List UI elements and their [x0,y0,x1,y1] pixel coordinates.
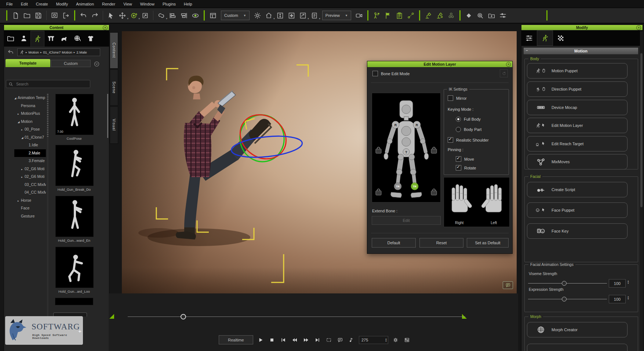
motion-section-header[interactable]: − Motion [524,48,638,54]
workspace-layout-icon[interactable] [208,10,218,21]
timeline-panel-icon[interactable] [403,336,411,344]
expression-strength-value[interactable]: 100 [609,295,626,303]
expression-strength-slider[interactable] [528,297,609,301]
fit-vertical-icon[interactable] [275,10,285,21]
last-frame-icon[interactable] [313,336,321,344]
set-as-default-button[interactable]: Set as Default [467,238,509,248]
menu-animation[interactable]: Animation [72,2,98,6]
undo-icon[interactable] [79,10,88,21]
actor-mode-icon[interactable] [372,10,382,21]
default-button[interactable]: Default [372,238,416,248]
pin-rotate-checkbox[interactable] [456,165,461,171]
audio-note-icon[interactable] [348,336,356,344]
menu-help[interactable]: Help [180,2,196,6]
close-icon[interactable]: ✕ [506,62,511,67]
side-tab-visual[interactable]: Visual [110,106,118,144]
side-tab-scene[interactable]: Scene [110,69,118,106]
key-diamond-icon[interactable] [464,10,474,21]
tree-item[interactable]: ◢01_iClone7 [14,134,46,142]
tab-actor-icon[interactable] [17,32,30,45]
rewind-icon[interactable] [291,336,299,344]
visibility-eye-icon[interactable] [190,10,200,21]
modify-panel-scrollbar[interactable] [640,31,643,351]
menu-window[interactable]: Window [136,2,159,6]
breadcrumb[interactable]: ▸ Motion ▸ 01_iClone7 Motion ▸ 2.Male [17,48,100,56]
viseme-strength-slider[interactable] [528,281,609,285]
tree-item[interactable]: ▸02_G6 Moti [14,173,46,181]
viewport-comment-icon[interactable] [503,281,513,289]
new-project-icon[interactable] [11,10,21,21]
thumbnail-item[interactable]: Hold_Gun...ard_Loo [55,247,93,293]
scale-tool-icon[interactable] [140,10,150,21]
thumbnail-item[interactable]: 7.00 CoolPose [55,94,93,140]
align-right-icon[interactable] [179,10,189,21]
tree-item[interactable]: 03_CC MixM [14,181,46,189]
select-tool-icon[interactable] [106,10,116,21]
tree-item[interactable]: ▸MotionPlus [14,110,46,118]
breadcrumb-segment[interactable]: 01_iClone7 Motion [43,50,72,54]
tab-properties-icon[interactable] [521,32,537,45]
particle-cluster-icon[interactable] [446,10,456,21]
edit-motion-layer-button[interactable]: Edit Motion Layer [527,118,627,133]
timeline-playhead[interactable] [181,314,186,319]
tree-scrollbar[interactable] [47,94,48,329]
mixmoves-button[interactable]: MixMoves [527,154,627,169]
speech-bubble-icon[interactable] [336,336,344,344]
rotate-tool-icon[interactable]: ▾ [129,10,139,21]
search-input[interactable] [15,81,83,87]
move-tool-icon[interactable]: ▾ [117,10,127,21]
save-project-icon[interactable] [33,10,43,21]
rotate-gizmo[interactable] [230,106,303,168]
chevron-circle-icon[interactable] [94,61,100,67]
hands-panel[interactable]: Right Left [444,177,510,227]
menu-render[interactable]: Render [98,2,119,6]
mirror-checkbox[interactable] [448,95,453,101]
fast-forward-icon[interactable] [302,336,310,344]
tab-animal-icon[interactable] [58,32,71,45]
dialog-titlebar[interactable]: Edit Motion Layer ✕ [367,61,512,67]
tree-item[interactable]: Gesture [14,212,46,220]
close-icon[interactable]: ✕ [103,25,108,30]
tab-props-icon[interactable] [84,32,97,45]
redo-icon[interactable] [90,10,100,21]
first-frame-icon[interactable] [279,336,287,344]
thumbnail-scrollbar[interactable] [107,94,108,138]
tab-animation-icon[interactable] [537,30,553,46]
motion-puppet-button[interactable]: Motion Puppet [527,63,627,78]
viseme-strength-value[interactable]: 100 [609,279,626,288]
play-icon[interactable] [256,336,265,344]
fit-all-icon[interactable] [287,10,296,21]
side-tab-content[interactable]: Content [110,32,118,69]
pin-move-checkbox[interactable] [456,156,461,162]
collapse-icon[interactable]: − [526,49,530,53]
tree-item[interactable]: ▸Horse [14,197,46,205]
menu-view[interactable]: View [119,2,136,6]
frame-number-input[interactable] [359,337,384,343]
thumbnail-image-partial[interactable] [55,298,93,305]
flag-icon[interactable] [383,10,393,21]
close-icon[interactable]: ✕ [636,25,641,30]
refresh-icon[interactable] [500,69,508,77]
partial-button[interactable] [527,344,627,351]
modify-panel-header[interactable]: Modify ✕ [521,25,643,30]
breadcrumb-segment[interactable]: Motion [29,50,39,54]
timeline-settings-icon[interactable] [498,10,508,21]
menu-modify[interactable]: Modify [52,2,72,6]
back-icon[interactable] [7,49,14,56]
slider-track[interactable] [528,299,607,299]
task-list-icon[interactable] [394,10,404,21]
content-panel-header[interactable]: Content ✕ [4,25,109,30]
edit-button-disabled[interactable]: Edit [372,216,441,225]
export-icon[interactable] [61,10,71,21]
full-body-radio[interactable] [456,117,461,122]
render-mode-dropdown[interactable]: Preview▼ [322,11,351,20]
tab-material-icon[interactable] [553,32,568,45]
tab-stage-icon[interactable] [44,32,58,45]
create-script-button[interactable]: Create Script [527,182,627,197]
thumbnail-image[interactable]: 7.00 [55,94,94,135]
edit-reach-target-button[interactable]: Edit Reach Target [527,136,627,151]
motion-path-icon[interactable] [406,10,416,21]
transform-view-icon[interactable]: ▾ [298,10,308,21]
zoom-select-icon[interactable] [475,10,485,21]
menu-file[interactable]: File [2,2,17,6]
